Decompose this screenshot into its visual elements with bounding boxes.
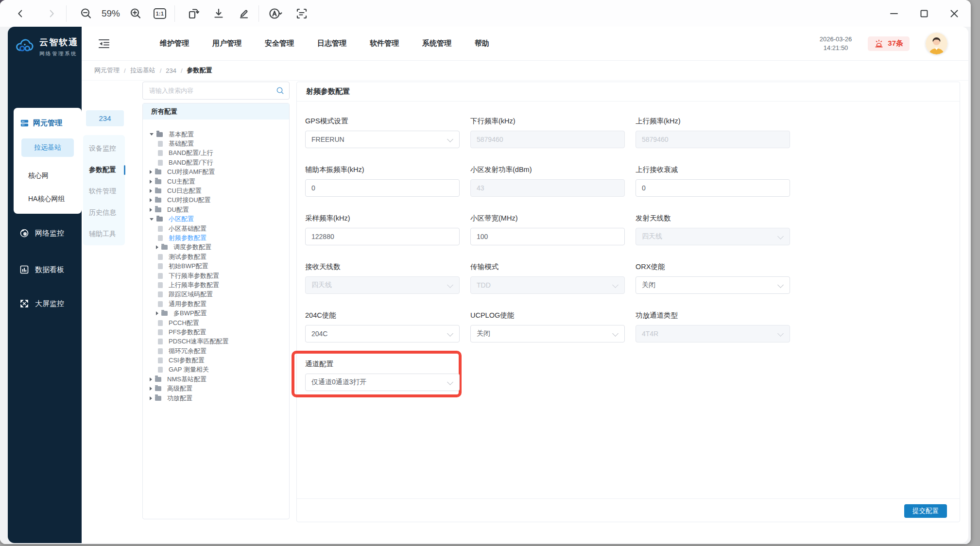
tree-node[interactable]: CSI参数配置 (143, 356, 289, 365)
sidebar-item-network-elements[interactable]: 网元管理 (14, 108, 82, 128)
user-avatar[interactable] (926, 33, 947, 54)
caret-down-icon[interactable] (150, 133, 154, 136)
nav-item-maintenance[interactable]: 维护管理 (160, 39, 189, 48)
tree-node[interactable]: BAND配置/上行 (143, 149, 289, 158)
submit-config-button[interactable]: 提交配置 (904, 504, 947, 518)
sample-rate-input[interactable] (305, 228, 460, 245)
tree-node[interactable]: 基本配置 (143, 130, 289, 139)
breadcrumb-item[interactable]: 网元管理 (94, 66, 120, 75)
tab-device-monitor[interactable]: 设备监控 (83, 138, 125, 159)
breadcrumb-item[interactable]: 拉远基站 (130, 66, 155, 75)
tab-history-info[interactable]: 历史信息 (83, 202, 125, 223)
magnifier-plus-icon (129, 7, 142, 20)
tree-node[interactable]: 通用参数配置 (143, 299, 289, 308)
tab-software-manage[interactable]: 软件管理 (83, 181, 125, 202)
rotate-button[interactable] (185, 5, 202, 22)
download-button[interactable] (210, 5, 227, 22)
orx-enable-select[interactable]: 关闭 (636, 276, 790, 294)
tree-node[interactable]: NMS基站配置 (143, 375, 289, 384)
tree-node[interactable]: PCCH配置 (143, 318, 289, 327)
nav-item-software[interactable]: 软件管理 (370, 39, 399, 48)
tree-node[interactable]: PDSCH速率匹配配置 (143, 337, 289, 346)
tree-node[interactable]: BAND配置/下行 (143, 158, 289, 167)
channel-config-select[interactable]: 仅通道0通道3打开 (305, 374, 460, 391)
nav-item-logs[interactable]: 日志管理 (317, 39, 346, 48)
tab-aux-tools[interactable]: 辅助工具 (83, 223, 125, 245)
sidebar-item-data-dashboard[interactable]: 数据看板 (8, 265, 82, 274)
sidebar-item-ha-core-group[interactable]: HA核心网组 (14, 195, 82, 204)
caret-right-icon[interactable] (150, 198, 152, 202)
zoom-in-button[interactable] (127, 5, 144, 22)
search-input[interactable] (142, 82, 290, 100)
nav-item-help[interactable]: 帮助 (475, 39, 489, 48)
header-right: 2026-03-26 14:21:50 37条 (820, 27, 947, 60)
tree-node[interactable]: 多BWP配置 (143, 308, 289, 318)
nav-item-security[interactable]: 安全管理 (265, 39, 294, 48)
annotate-button[interactable] (235, 5, 253, 22)
tree-node[interactable]: 下行频率参数配置 (143, 271, 289, 280)
caret-right-icon[interactable] (156, 245, 158, 249)
tree-node-active[interactable]: 射频参数配置 (143, 233, 289, 242)
caret-right-icon[interactable] (150, 170, 152, 174)
cell-bandwidth-input[interactable] (470, 228, 625, 245)
tree-node[interactable]: 跟踪区域码配置 (143, 290, 289, 299)
collapse-menu-button[interactable] (97, 37, 111, 51)
tree-node[interactable]: 功放配置 (143, 393, 289, 403)
search-icon[interactable] (276, 86, 284, 95)
caret-right-icon[interactable] (150, 377, 152, 381)
tree-node-selected[interactable]: 小区配置 (143, 215, 289, 224)
tab-parameter-config[interactable]: 参数配置 (83, 159, 125, 181)
field-gps-mode: GPS模式设置 FREERUN (305, 116, 460, 148)
uplink-rx-atten-input[interactable] (636, 179, 790, 197)
sidebar-item-remote-station[interactable]: 拉远基站 (21, 138, 74, 157)
nav-item-users[interactable]: 用户管理 (212, 39, 241, 48)
close-button[interactable] (946, 5, 963, 22)
sidebar-item-big-screen[interactable]: 大屏监控 (8, 299, 82, 308)
close-icon (948, 8, 960, 19)
tree-header[interactable]: 所有配置 (143, 103, 289, 119)
caret-right-icon[interactable] (150, 180, 152, 184)
tree-node[interactable]: 小区基础配置 (143, 224, 289, 233)
zoom-out-button[interactable] (77, 5, 95, 22)
tree-node[interactable]: CU对接DU配置 (143, 196, 289, 205)
caret-right-icon[interactable] (150, 189, 152, 193)
tree-node[interactable]: PFS参数配置 (143, 327, 289, 337)
toolbar-divider (258, 5, 259, 22)
breadcrumb-item[interactable]: 234 (166, 67, 176, 74)
sidebar-item-network-monitor[interactable]: 网络监控 (8, 228, 82, 238)
tree-node[interactable]: CU主配置 (143, 177, 289, 186)
gps-mode-select[interactable]: FREERUN (305, 131, 460, 148)
alarm-badge[interactable]: 37条 (868, 36, 910, 51)
tree-node[interactable]: DU配置 (143, 205, 289, 214)
minimize-button[interactable] (885, 5, 903, 22)
tree-node[interactable]: 高级配置 (143, 384, 289, 393)
actual-size-button[interactable]: 1:1 (151, 5, 169, 22)
caret-right-icon[interactable] (156, 311, 158, 315)
caret-right-icon[interactable] (150, 396, 152, 400)
caret-down-icon[interactable] (150, 218, 154, 221)
tree-node[interactable]: CU对接AMF配置 (143, 168, 289, 177)
aux-lo-freq-input[interactable] (305, 179, 460, 197)
tree-node[interactable]: 循环冗余配置 (143, 346, 289, 356)
forward-button[interactable] (43, 5, 60, 22)
translate-button[interactable] (267, 5, 284, 22)
ocr-scan-button[interactable] (293, 5, 310, 22)
tree-node[interactable]: 初始BWP配置 (143, 261, 289, 271)
tree-node[interactable]: 基础配置 (143, 139, 289, 148)
folder-open-icon (156, 132, 163, 137)
nms-app: 云智软通 网络管理系统 网元管理 拉远基站 (8, 27, 968, 543)
ucplog-enable-select[interactable]: 关闭 (470, 325, 625, 342)
enable-204c-select[interactable]: 204C (305, 325, 460, 342)
nav-item-system[interactable]: 系统管理 (422, 39, 451, 48)
caret-right-icon[interactable] (150, 387, 152, 391)
maximize-button[interactable] (915, 5, 933, 22)
tree-node[interactable]: 调度参数配置 (143, 243, 289, 252)
back-button[interactable] (12, 5, 29, 22)
tree-node[interactable]: 上行频率参数配置 (143, 280, 289, 290)
station-id-tab[interactable]: 234 (86, 110, 124, 126)
tree-node[interactable]: CU日志配置 (143, 186, 289, 195)
caret-right-icon[interactable] (150, 208, 152, 212)
tree-node[interactable]: GAP 测量相关 (143, 365, 289, 375)
tree-node[interactable]: 测试参数配置 (143, 252, 289, 261)
sidebar-item-core-network[interactable]: 核心网 (14, 171, 82, 180)
